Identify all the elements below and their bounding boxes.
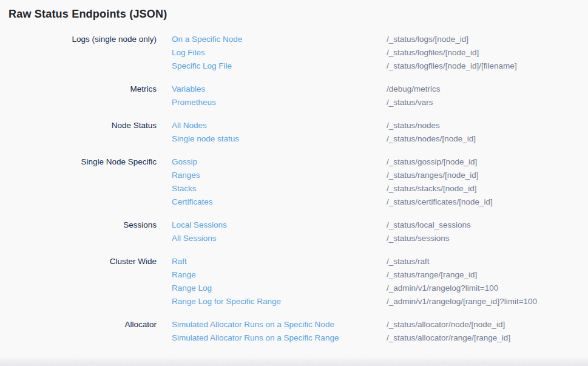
endpoint-row: Local Sessions/_status/local_sessions <box>172 219 588 232</box>
endpoint-group: Single Node SpecificGossip/_status/gossi… <box>0 155 588 209</box>
endpoint-link[interactable]: On a Specific Node <box>172 33 387 46</box>
endpoints-table: Logs (single node only)On a Specific Nod… <box>0 33 588 345</box>
endpoint-path: /_status/allocator/node/[node_id] <box>387 318 505 331</box>
raw-status-endpoints-page: Raw Status Endpoints (JSON) Logs (single… <box>0 0 588 345</box>
endpoint-path: /_status/logfiles/[node_id]/[filename] <box>387 59 517 73</box>
endpoint-row: Ranges/_status/ranges/[node_id] <box>172 169 588 182</box>
endpoint-link[interactable]: All Sessions <box>172 232 387 245</box>
endpoint-group: Logs (single node only)On a Specific Nod… <box>0 33 588 73</box>
endpoint-row: Specific Log File/_status/logfiles/[node… <box>172 59 588 73</box>
category-label: Allocator <box>0 318 157 345</box>
category-label: Cluster Wide <box>0 255 157 308</box>
endpoint-link[interactable]: Range Log <box>172 282 387 295</box>
endpoint-link[interactable]: Range Log for Specific Range <box>172 295 387 308</box>
endpoint-path: /_status/sessions <box>387 232 450 245</box>
endpoint-rows: Gossip/_status/gossip/[node_id]Ranges/_s… <box>172 155 588 209</box>
category-label: Node Status <box>0 119 157 146</box>
endpoint-link[interactable]: Simulated Allocator Runs on a Specific N… <box>172 318 387 331</box>
endpoint-row: Range Log/_admin/v1/rangelog?limit=100 <box>172 282 588 295</box>
endpoint-path: /_status/logfiles/[node_id] <box>387 46 479 59</box>
endpoint-link[interactable]: Log Files <box>172 46 387 59</box>
endpoint-row: Range/_status/range/[range_id] <box>172 268 588 282</box>
endpoint-path: /_status/raft <box>387 255 430 268</box>
category-label: Metrics <box>0 83 157 109</box>
endpoint-path: /_status/gossip/[node_id] <box>387 155 477 169</box>
endpoint-group: AllocatorSimulated Allocator Runs on a S… <box>0 318 588 345</box>
endpoint-path: /_status/certificates/[node_id] <box>387 195 493 209</box>
endpoint-rows: Raft/_status/raftRange/_status/range/[ra… <box>172 255 588 308</box>
endpoint-group: Node StatusAll Nodes/_status/nodesSingle… <box>0 119 588 146</box>
endpoint-group: MetricsVariables/debug/metricsPrometheus… <box>0 83 588 109</box>
endpoint-rows: Local Sessions/_status/local_sessionsAll… <box>172 219 588 245</box>
endpoint-link[interactable]: Raft <box>172 255 387 268</box>
endpoint-row: Range Log for Specific Range/_admin/v1/r… <box>172 295 588 308</box>
endpoint-link[interactable]: Certificates <box>172 195 387 209</box>
endpoint-rows: On a Specific Node/_status/logs/[node_id… <box>172 33 588 73</box>
endpoint-row: Log Files/_status/logfiles/[node_id] <box>172 46 588 59</box>
endpoint-path: /_status/nodes/[node_id] <box>387 132 476 146</box>
endpoint-link[interactable]: Specific Log File <box>172 59 387 73</box>
endpoint-rows: Variables/debug/metricsPrometheus/_statu… <box>172 83 588 109</box>
endpoint-link[interactable]: Range <box>172 268 387 282</box>
endpoint-path: /_status/nodes <box>387 119 440 132</box>
endpoint-row: Certificates/_status/certificates/[node_… <box>172 195 588 209</box>
endpoint-link[interactable]: Ranges <box>172 169 387 182</box>
endpoint-link[interactable]: Prometheus <box>172 96 387 109</box>
category-label: Single Node Specific <box>0 155 157 209</box>
endpoint-path: /_status/ranges/[node_id] <box>387 169 479 182</box>
endpoint-path: /_admin/v1/rangelog/[range_id]?limit=100 <box>387 295 537 308</box>
endpoint-rows: Simulated Allocator Runs on a Specific N… <box>172 318 588 345</box>
bottom-fade-band <box>0 356 588 366</box>
endpoint-row: Stacks/_status/stacks/[node_id] <box>172 182 588 195</box>
endpoint-link[interactable]: Gossip <box>172 155 387 169</box>
endpoint-link[interactable]: All Nodes <box>172 119 387 132</box>
endpoint-path: /_status/local_sessions <box>387 219 471 232</box>
endpoint-path: /_status/vars <box>387 96 433 109</box>
endpoint-path: /_status/allocator/range/[range_id] <box>387 331 510 345</box>
endpoint-row: Simulated Allocator Runs on a Specific N… <box>172 318 588 331</box>
endpoint-link[interactable]: Single node status <box>172 132 387 146</box>
category-label: Logs (single node only) <box>0 33 157 73</box>
endpoint-link[interactable]: Variables <box>172 83 387 96</box>
endpoint-row: Single node status/_status/nodes/[node_i… <box>172 132 588 146</box>
page-title: Raw Status Endpoints (JSON) <box>0 0 588 21</box>
endpoint-row: Gossip/_status/gossip/[node_id] <box>172 155 588 169</box>
endpoint-rows: All Nodes/_status/nodesSingle node statu… <box>172 119 588 146</box>
endpoint-path: /_status/range/[range_id] <box>387 268 477 282</box>
endpoint-path: /_admin/v1/rangelog?limit=100 <box>387 282 498 295</box>
endpoint-group: SessionsLocal Sessions/_status/local_ses… <box>0 219 588 245</box>
endpoint-row: Prometheus/_status/vars <box>172 96 588 109</box>
endpoint-row: All Nodes/_status/nodes <box>172 119 588 132</box>
endpoint-row: Simulated Allocator Runs on a Specific R… <box>172 331 588 345</box>
endpoint-path: /_status/stacks/[node_id] <box>387 182 477 195</box>
endpoint-row: Raft/_status/raft <box>172 255 588 268</box>
endpoint-link[interactable]: Local Sessions <box>172 219 387 232</box>
endpoint-group: Cluster WideRaft/_status/raftRange/_stat… <box>0 255 588 308</box>
endpoint-path: /_status/logs/[node_id] <box>387 33 468 46</box>
endpoint-link[interactable]: Simulated Allocator Runs on a Specific R… <box>172 331 387 345</box>
endpoint-link[interactable]: Stacks <box>172 182 387 195</box>
endpoint-row: All Sessions/_status/sessions <box>172 232 588 245</box>
endpoint-row: On a Specific Node/_status/logs/[node_id… <box>172 33 588 46</box>
category-label: Sessions <box>0 219 157 245</box>
endpoint-path: /debug/metrics <box>387 83 441 96</box>
endpoint-row: Variables/debug/metrics <box>172 83 588 96</box>
